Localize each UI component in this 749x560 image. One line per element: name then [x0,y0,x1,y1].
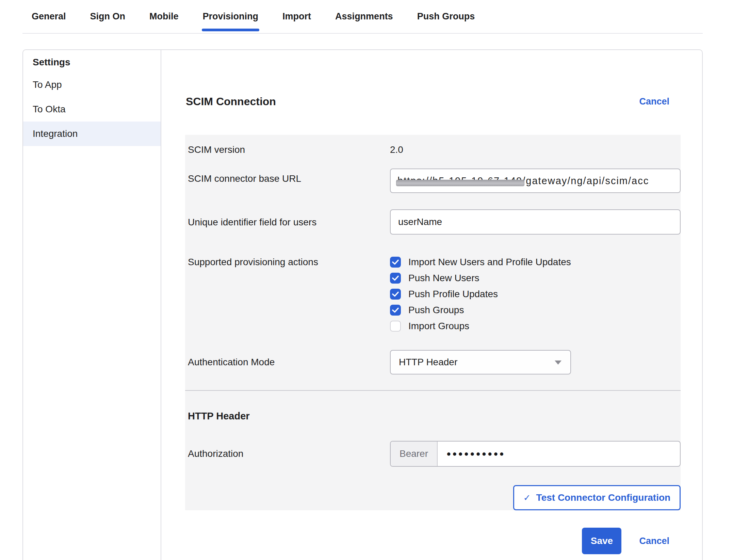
app-tab-bar: General Sign On Mobile Provisioning Impo… [22,0,703,34]
cancel-link-bottom[interactable]: Cancel [639,536,669,546]
base-url-redacted-segment: https://h5-195-19-67-149 [397,175,522,187]
checkmark-icon [392,291,399,297]
base-url-visible-tail: /gateway/ng/api/scim/acc [522,175,649,187]
authentication-mode-select[interactable]: HTTP Header [390,350,571,374]
tab-assignments[interactable]: Assignments [335,0,393,33]
checkbox-label: Import New Users and Profile Updates [408,257,571,268]
page-header: SCIM Connection Cancel [186,94,669,109]
checkmark-icon [392,275,399,281]
provisioning-card: Settings To App To Okta Integration SCIM… [22,49,703,560]
checkbox-row-push-new-users[interactable]: Push New Users [390,270,681,286]
scim-form-panel: SCIM version 2.0 SCIM connector base URL… [185,135,681,510]
section-divider [185,390,681,391]
authentication-mode-value: HTTP Header [399,357,457,368]
tab-sign-on[interactable]: Sign On [90,0,126,33]
form-footer: Save Cancel [186,528,669,554]
bearer-prefix: Bearer [391,442,438,466]
tab-import[interactable]: Import [282,0,311,33]
row-provisioning-actions: Supported provisioning actions Import Ne… [185,254,681,268]
row-unique-identifier: Unique identifier field for users [185,209,681,228]
checkbox-label: Push New Users [408,273,479,284]
checkbox-row-import-groups[interactable]: Import Groups [390,318,681,334]
tab-mobile[interactable]: Mobile [149,0,179,33]
checkmark-icon [392,259,399,265]
base-url-input[interactable]: https://h5-195-19-67-149/gateway/ng/api/… [390,169,681,193]
provisioning-actions-group: Import New Users and Profile Updates Pus… [390,254,681,334]
checkbox-import-new-users[interactable] [390,257,401,268]
tab-general[interactable]: General [32,0,66,33]
authorization-input-group: Bearer ●●●●●●●●●● [390,441,681,467]
checkbox-label: Import Groups [408,321,469,332]
checkbox-push-new-users[interactable] [390,273,401,284]
unique-identifier-input[interactable] [390,209,681,235]
row-scim-version: SCIM version 2.0 [185,143,681,157]
checkbox-push-groups[interactable] [390,305,401,316]
row-base-url: SCIM connector base URL https://h5-195-1… [185,169,681,184]
checkbox-row-push-profile-updates[interactable]: Push Profile Updates [390,286,681,302]
checkmark-icon [392,307,399,313]
checkbox-row-import-new-users[interactable]: Import New Users and Profile Updates [390,254,681,270]
sidebar-item-to-app[interactable]: To App [23,73,161,97]
row-authorization: Authorization Bearer ●●●●●●●●●● [185,441,681,459]
http-header-section: HTTP Header [185,409,681,423]
checkbox-push-profile-updates[interactable] [390,289,401,300]
sidebar-item-to-okta[interactable]: To Okta [23,97,161,122]
row-authentication-mode: Authentication Mode HTTP Header [185,350,681,368]
base-url-label: SCIM connector base URL [185,169,388,184]
checkbox-label: Push Groups [408,305,464,316]
checkbox-label: Push Profile Updates [408,289,498,300]
provisioning-actions-label: Supported provisioning actions [185,254,388,268]
settings-sidebar: Settings To App To Okta Integration [23,50,161,560]
authorization-token-input[interactable]: ●●●●●●●●●● [438,442,680,466]
scim-version-label: SCIM version [185,144,388,155]
page-title: SCIM Connection [186,95,276,108]
tab-provisioning[interactable]: Provisioning [203,0,259,33]
authorization-label: Authorization [185,441,388,459]
sidebar-item-integration[interactable]: Integration [23,122,161,146]
dropdown-caret-icon [555,361,561,365]
sidebar-heading: Settings [23,56,161,68]
test-connector-label: Test Connector Configuration [536,492,671,503]
checkbox-import-groups[interactable] [390,321,401,332]
scim-version-value: 2.0 [390,144,681,155]
checkmark-icon: ✓ [523,493,531,503]
tab-push-groups[interactable]: Push Groups [417,0,475,33]
save-button[interactable]: Save [582,528,621,554]
unique-identifier-label: Unique identifier field for users [185,209,388,228]
test-connector-configuration-button[interactable]: ✓ Test Connector Configuration [513,485,681,510]
authentication-mode-label: Authentication Mode [185,350,388,368]
http-header-heading: HTTP Header [185,409,250,423]
cancel-link-top[interactable]: Cancel [639,96,669,107]
checkbox-row-push-groups[interactable]: Push Groups [390,302,681,318]
